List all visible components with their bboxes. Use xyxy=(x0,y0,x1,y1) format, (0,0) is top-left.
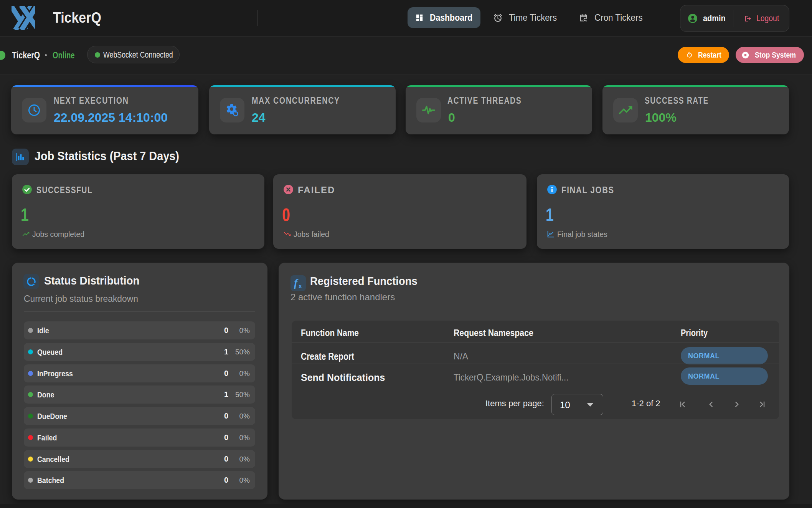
svg-text:x: x xyxy=(299,283,302,289)
svg-text:f: f xyxy=(294,277,299,289)
